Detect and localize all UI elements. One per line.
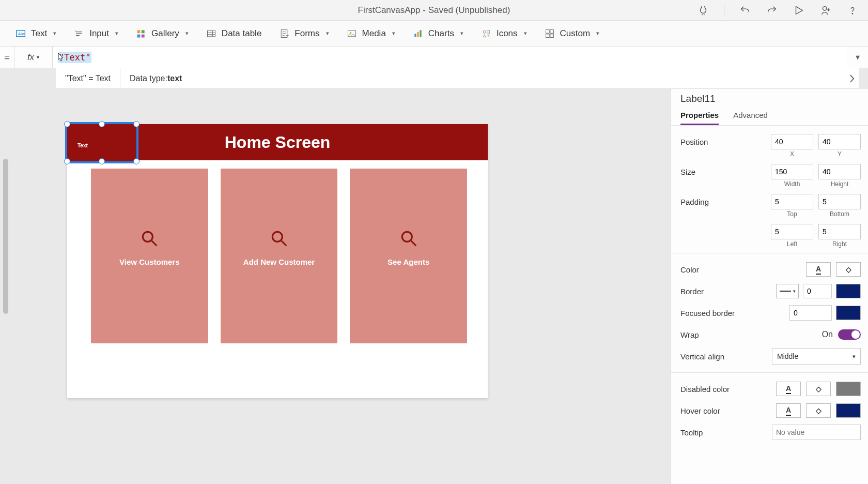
disabled-border-color-picker[interactable] — [836, 382, 861, 396]
resize-handle[interactable] — [64, 121, 70, 127]
formula-input[interactable]: "Text" — [53, 47, 847, 68]
focused-border-color-picker[interactable] — [836, 306, 861, 320]
ribbon-forms[interactable]: Forms▾ — [279, 28, 329, 39]
disabled-fill-color-picker[interactable]: ◇ — [806, 382, 831, 396]
search-icon — [399, 229, 419, 248]
position-y-input[interactable] — [818, 134, 861, 149]
focused-border-label: Focused border — [680, 309, 789, 317]
resize-handle[interactable] — [133, 158, 140, 164]
card-view-customers[interactable]: View Customers — [91, 169, 208, 343]
left-scrollbar[interactable] — [3, 159, 8, 314]
resize-handle[interactable] — [133, 121, 140, 127]
wrap-toggle[interactable] — [838, 329, 861, 340]
data-table-icon — [206, 28, 216, 39]
chevron-down-icon: ▾ — [115, 30, 118, 37]
ribbon-gallery[interactable]: Gallery▾ — [136, 28, 189, 39]
svg-rect-7 — [137, 34, 141, 37]
chevron-down-icon: ▾ — [392, 30, 395, 37]
right-sublabel: Right — [818, 240, 861, 248]
ribbon-media[interactable]: Media▾ — [347, 28, 395, 39]
svg-rect-14 — [417, 32, 419, 37]
fx-dropdown[interactable]: fx▾ — [14, 47, 53, 68]
svg-rect-6 — [142, 30, 145, 33]
undo-icon[interactable] — [739, 4, 751, 17]
next-hint-icon[interactable] — [848, 68, 856, 88]
hover-color-label: Hover color — [680, 406, 776, 415]
font-color-picker[interactable]: A — [806, 262, 831, 277]
svg-rect-8 — [142, 34, 145, 37]
formula-datatype: Data type: text — [120, 68, 191, 88]
svg-point-4 — [75, 31, 76, 32]
help-icon[interactable] — [846, 4, 859, 17]
svg-rect-19 — [550, 29, 553, 33]
chevron-down-icon: ▾ — [53, 30, 56, 37]
resize-handle[interactable] — [99, 121, 105, 127]
border-width-input[interactable] — [803, 284, 832, 298]
padding-left-input[interactable] — [771, 224, 813, 239]
svg-point-23 — [272, 232, 282, 241]
canvas-zone: Home Screen Text View Customers — [0, 89, 671, 484]
border-style-picker[interactable]: ▾ — [776, 284, 799, 298]
charts-icon — [413, 28, 423, 39]
focused-border-width-input[interactable] — [789, 305, 832, 321]
vertical-align-select[interactable]: Middle▾ — [772, 348, 861, 365]
hover-border-color-picker[interactable] — [836, 403, 861, 418]
resize-handle[interactable] — [64, 158, 70, 164]
separator — [724, 4, 724, 17]
svg-rect-5 — [137, 30, 141, 33]
props-body: Position XY Size WidthHeight Padding — [671, 126, 868, 484]
border-color-picker[interactable] — [836, 284, 861, 298]
ribbon-text[interactable]: Abc Text▾ — [16, 28, 56, 39]
selected-control-name: Label11 — [671, 89, 868, 108]
input-icon — [74, 28, 84, 39]
chevron-down-icon: ▾ — [853, 353, 856, 360]
chevron-down-icon: ▾ — [37, 54, 39, 60]
equals-cell: = — [0, 47, 14, 68]
card-add-customer[interactable]: Add New Customer — [221, 169, 338, 343]
tab-advanced[interactable]: Advanced — [733, 108, 768, 125]
app-checker-icon[interactable] — [697, 4, 709, 17]
fill-color-picker[interactable]: ◇ — [836, 262, 861, 277]
play-icon[interactable] — [793, 4, 805, 17]
width-sublabel: Width — [771, 180, 813, 188]
card-label: See Agents — [388, 258, 429, 266]
chevron-down-icon: ▾ — [596, 30, 599, 37]
selected-label-control[interactable]: Text — [67, 124, 136, 161]
height-input[interactable] — [818, 164, 861, 179]
ribbon-charts[interactable]: Charts▾ — [413, 28, 463, 39]
position-label: Position — [680, 138, 771, 146]
vertical-align-label: Vertical align — [680, 352, 772, 361]
hover-font-color-picker[interactable]: A — [776, 403, 801, 418]
ribbon-input[interactable]: Input▾ — [74, 28, 118, 39]
tooltip-input[interactable] — [772, 425, 861, 440]
wrap-label: Wrap — [680, 330, 822, 339]
ribbon-data-table[interactable]: Data table — [206, 28, 262, 39]
titlebar-actions — [697, 4, 859, 17]
app-title: FirstCanvasApp - Saved (Unpublished) — [358, 5, 510, 16]
ribbon-custom[interactable]: Custom▾ — [545, 28, 600, 39]
width-input[interactable] — [771, 164, 813, 179]
padding-label: Padding — [680, 198, 771, 206]
padding-bottom-input[interactable] — [818, 194, 861, 209]
redo-icon[interactable] — [766, 4, 778, 17]
svg-rect-20 — [546, 34, 549, 37]
share-icon[interactable] — [819, 4, 832, 17]
card-see-agents[interactable]: See Agents — [350, 169, 467, 343]
title-bar: FirstCanvasApp - Saved (Unpublished) — [0, 0, 868, 21]
tab-properties[interactable]: Properties — [680, 108, 719, 125]
formula-result-bar: "Text" = Text Data type: text — [56, 68, 859, 89]
expand-formula-icon[interactable]: ▾ — [847, 47, 868, 68]
position-x-input[interactable] — [771, 134, 813, 149]
resize-handle[interactable] — [99, 158, 105, 164]
padding-right-input[interactable] — [818, 224, 861, 239]
gallery-icon — [136, 28, 146, 39]
padding-top-input[interactable] — [771, 194, 813, 209]
disabled-font-color-picker[interactable]: A — [776, 382, 801, 396]
hover-fill-color-picker[interactable]: ◇ — [806, 403, 831, 418]
svg-point-22 — [143, 232, 153, 241]
x-sublabel: X — [771, 150, 813, 158]
app-canvas[interactable]: Home Screen Text View Customers — [67, 124, 488, 398]
separator — [671, 372, 868, 373]
ribbon-icons[interactable]: Icons▾ — [481, 28, 527, 39]
chevron-down-icon: ▾ — [524, 30, 527, 37]
